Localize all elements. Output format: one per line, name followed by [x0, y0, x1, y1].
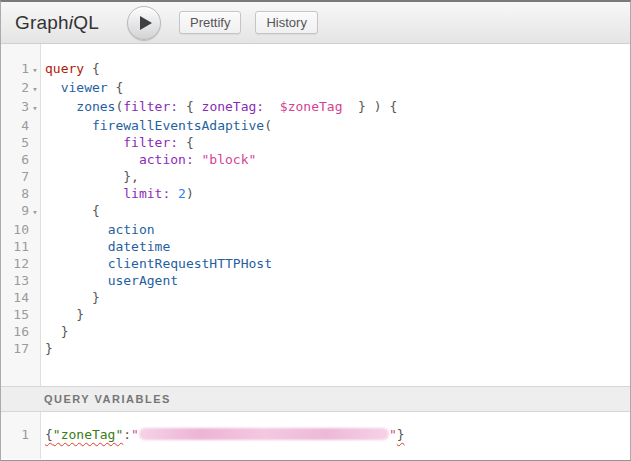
- code-line[interactable]: 16 }: [1, 323, 630, 340]
- history-button[interactable]: History: [255, 11, 317, 34]
- code-line[interactable]: 13 userAgent: [1, 272, 630, 289]
- code-text: viewer {: [41, 80, 123, 95]
- code-text: }: [41, 290, 100, 305]
- token: }: [45, 341, 53, 356]
- code-text: {: [41, 203, 100, 218]
- token: [45, 135, 123, 150]
- code-text: }: [41, 324, 68, 339]
- query-variables-title: QUERY VARIABLES: [1, 393, 171, 405]
- token: [45, 222, 108, 237]
- token: $zoneTag: [280, 99, 343, 114]
- app-title: GraphiQL: [15, 12, 99, 34]
- code-line[interactable]: 5 filter: {: [1, 134, 630, 151]
- fold-arrow-icon[interactable]: ▾: [29, 100, 41, 117]
- line-number: 2: [1, 79, 29, 96]
- line-number: 12: [1, 255, 29, 272]
- code-text: zones(filter: { zoneTag: $zoneTag } ) {: [41, 99, 397, 114]
- app-title-graph: Graph: [15, 12, 69, 33]
- token: viewer: [61, 80, 108, 95]
- line-number: 14: [1, 289, 29, 306]
- code-text: query {: [41, 61, 100, 76]
- code-text: filter: {: [41, 135, 194, 150]
- line-number: 3: [1, 98, 29, 115]
- app-title-ql: QL: [73, 12, 99, 33]
- variables-editor[interactable]: 1{"zoneTag":""}: [1, 412, 630, 459]
- code-line[interactable]: 17}: [1, 340, 630, 357]
- line-number: 8: [1, 185, 29, 202]
- token: 2: [178, 186, 186, 201]
- line-number: 11: [1, 238, 29, 255]
- code-line[interactable]: 3▾ zones(filter: { zoneTag: $zoneTag } )…: [1, 98, 630, 117]
- token: query: [45, 61, 84, 76]
- code-text: limit: 2): [41, 186, 194, 201]
- code-line[interactable]: 8 limit: 2): [1, 185, 630, 202]
- token: }: [45, 290, 100, 305]
- token: userAgent: [108, 273, 178, 288]
- code-line[interactable]: 14 }: [1, 289, 630, 306]
- token: ": [131, 427, 139, 442]
- prettify-button[interactable]: Prettify: [179, 11, 241, 34]
- token: :: [123, 427, 131, 442]
- code-line[interactable]: 12 clientRequestHTTPHost: [1, 255, 630, 272]
- token: [45, 273, 108, 288]
- code-line[interactable]: 11 datetime: [1, 238, 630, 255]
- code-text: }: [41, 341, 53, 356]
- token: [45, 99, 76, 114]
- token: [45, 186, 123, 201]
- token: [45, 118, 92, 133]
- token: [194, 152, 202, 167]
- line-number: 13: [1, 272, 29, 289]
- code-line[interactable]: 9▾ {: [1, 202, 630, 221]
- line-number: 6: [1, 151, 29, 168]
- token: [45, 152, 139, 167]
- line-number: 7: [1, 168, 29, 185]
- token: zones: [76, 99, 115, 114]
- token: {: [84, 61, 100, 76]
- query-editor[interactable]: 1▾query {2▾ viewer {3▾ zones(filter: { z…: [1, 44, 630, 386]
- token: [264, 99, 280, 114]
- code-text: }: [41, 307, 84, 322]
- fold-arrow-icon[interactable]: ▾: [29, 81, 41, 98]
- code-text: firewallEventsAdaptive(: [41, 118, 272, 133]
- graphiql-window: GraphiQL Prettify History 1▾query {2▾ vi…: [0, 0, 631, 461]
- redacted-value: [139, 428, 389, 440]
- code-text: clientRequestHTTPHost: [41, 256, 272, 271]
- token: "block": [202, 152, 257, 167]
- query-variables-header[interactable]: QUERY VARIABLES: [1, 386, 630, 412]
- execute-button[interactable]: [127, 6, 161, 40]
- fold-arrow-icon[interactable]: ▾: [29, 204, 41, 221]
- query-code: 1▾query {2▾ viewer {3▾ zones(filter: { z…: [1, 60, 630, 357]
- code-line[interactable]: 10 action: [1, 221, 630, 238]
- token: {: [45, 203, 100, 218]
- line-number: 4: [1, 117, 29, 134]
- token: {: [45, 427, 53, 442]
- token: [45, 239, 108, 254]
- token: zoneTag:: [202, 99, 265, 114]
- code-line[interactable]: 7 },: [1, 168, 630, 185]
- token: [170, 186, 178, 201]
- code-line[interactable]: 1▾query {: [1, 60, 630, 79]
- code-line[interactable]: 15 }: [1, 306, 630, 323]
- token: datetime: [108, 239, 171, 254]
- token: "zoneTag": [53, 427, 123, 442]
- token: action:: [139, 152, 194, 167]
- line-number: 15: [1, 306, 29, 323]
- code-text: action: [41, 222, 155, 237]
- token: ": [389, 427, 397, 442]
- token: [45, 80, 61, 95]
- code-line[interactable]: 1{"zoneTag":""}: [1, 426, 630, 443]
- code-text: userAgent: [41, 273, 178, 288]
- token: [45, 256, 108, 271]
- line-number: 17: [1, 340, 29, 357]
- variables-code: 1{"zoneTag":""}: [1, 426, 630, 443]
- play-icon: [140, 16, 152, 30]
- fold-arrow-icon[interactable]: ▾: [29, 62, 41, 79]
- token: filter:: [123, 99, 178, 114]
- line-number: 5: [1, 134, 29, 151]
- code-line[interactable]: 6 action: "block": [1, 151, 630, 168]
- token: }: [45, 324, 68, 339]
- code-line[interactable]: 2▾ viewer {: [1, 79, 630, 98]
- code-line[interactable]: 4 firewallEventsAdaptive(: [1, 117, 630, 134]
- token: }: [397, 427, 405, 442]
- token: {: [108, 80, 124, 95]
